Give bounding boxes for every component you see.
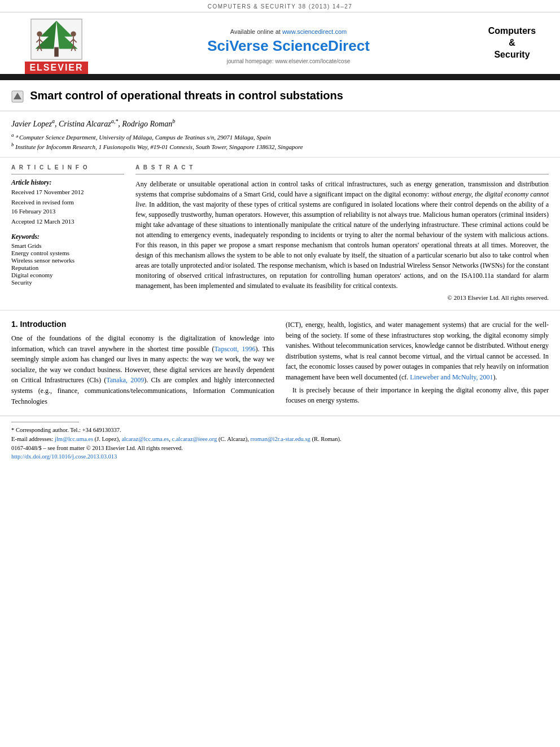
keyword-5: Digital economy	[11, 272, 124, 278]
sciverse-label: SciVerse ScienceDirect	[207, 37, 370, 54]
intro-paragraph-right-2: It is precisely because of their importa…	[286, 385, 549, 406]
abstract-text: Any deliberate or unsuitable operational…	[135, 179, 549, 291]
tanaka-ref: Tanaka, 2009	[106, 376, 144, 384]
keyword-6: Security	[11, 279, 124, 286]
keyword-4: Reputation	[11, 264, 124, 271]
email4-link[interactable]: rroman@i2r.a-star.edu.sg	[251, 436, 310, 442]
received-date: Received 17 November 2012	[11, 188, 124, 196]
journal-title-header: Computers&Security	[475, 25, 549, 60]
revised-date: Received in revised form16 February 2013	[11, 198, 124, 216]
elsevier-logo-area: ELSEVIER	[11, 18, 102, 74]
body-content: 1. Introduction One of the foundations o…	[0, 311, 560, 407]
body-left-col: 1. Introduction One of the foundations o…	[11, 320, 274, 407]
authors-section: Javier Lopeza, Cristina Alcaraza,*, Rodr…	[0, 111, 560, 158]
intro-paragraph-right: (ICT), energy, health, logistics, and wa…	[286, 320, 549, 383]
journal-center-header: Available online at www.sciencedirect.co…	[102, 28, 475, 64]
svg-point-5	[37, 31, 42, 36]
section-title: Introduction	[20, 320, 67, 329]
body-right-col: (ICT), energy, health, logistics, and wa…	[286, 320, 549, 407]
accepted-date: Accepted 12 March 2013	[11, 217, 124, 226]
article-info-label: A R T I C L E I N F O	[11, 164, 124, 171]
tapscott-ref: Tapscott, 1996	[215, 345, 256, 353]
affiliation-b: b Institute for Infocomm Research, 1 Fus…	[11, 142, 549, 150]
abstract-divider	[135, 174, 549, 174]
email3-link[interactable]: c.alcaraz@ieee.org	[172, 436, 217, 442]
doi-note: http://dx.doi.org/10.1016/j.cose.2013.03…	[11, 452, 549, 461]
lineweber-ref: Lineweber and McNulty, 2001	[410, 373, 493, 381]
authors-line: Javier Lopeza, Cristina Alcaraza,*, Rodr…	[11, 118, 549, 129]
sciverse-logo: SciVerse ScienceDirect	[113, 37, 464, 55]
doi-link[interactable]: http://dx.doi.org/10.1016/j.cose.2013.03…	[11, 453, 117, 460]
keyword-3: Wireless sensor networks	[11, 257, 124, 264]
article-history-label: Article history:	[11, 179, 124, 186]
corresponding-author-note: * Corresponding author. Tel.: +34 649130…	[11, 426, 549, 435]
issn-note: 0167-4048/$ – see front matter © 2013 El…	[11, 444, 549, 453]
keyword-1: Smart Grids	[11, 242, 124, 249]
journal-title-right: Computers&Security	[475, 25, 549, 66]
article-type-icon	[11, 90, 24, 105]
affiliation-a: a ᵃ Computer Science Department, Univers…	[11, 132, 549, 141]
elsevier-wordmark: ELSEVIER	[25, 62, 88, 74]
info-divider	[11, 174, 124, 174]
article-title: Smart control of operational threats in …	[30, 89, 343, 102]
elsevier-logo: ELSEVIER	[11, 18, 102, 74]
journal-citation-bar: COMPUTERS & SECURITY 38 (2013) 14–27	[0, 0, 560, 12]
abstract-col: A B S T R A C T Any deliberate or unsuit…	[135, 164, 549, 301]
keyword-2: Energy control systems	[11, 250, 124, 256]
info-abstract-section: A R T I C L E I N F O Article history: R…	[0, 158, 560, 311]
email-footnote: E-mail addresses: jlm@lcc.uma.es (J. Lop…	[11, 435, 549, 444]
email2-link[interactable]: alcaraz@lcc.uma.es	[121, 436, 169, 442]
svg-point-11	[71, 31, 76, 36]
footnote-divider	[11, 422, 79, 422]
elsevier-tree-icon	[28, 18, 85, 60]
copyright-line: © 2013 Elsevier Ltd. All rights reserved…	[135, 294, 549, 301]
introduction-heading: 1. Introduction	[11, 320, 274, 329]
journal-header: ELSEVIER Available online at www.science…	[0, 12, 560, 76]
keywords-label: Keywords:	[11, 233, 124, 240]
abstract-label: A B S T R A C T	[135, 164, 549, 171]
available-online-text: Available online at www.sciencedirect.co…	[113, 28, 464, 35]
journal-citation: COMPUTERS & SECURITY 38 (2013) 14–27	[208, 3, 353, 10]
section-number: 1.	[11, 320, 18, 329]
svg-rect-2	[54, 47, 59, 57]
intro-paragraph-left: One of the foundations of the digital ec…	[11, 333, 274, 407]
article-info-col: A R T I C L E I N F O Article history: R…	[11, 164, 124, 301]
journal-homepage: journal homepage: www.elsevier.com/locat…	[113, 58, 464, 64]
footer-section: * Corresponding author. Tel.: +34 649130…	[0, 416, 560, 465]
article-title-section: Smart control of operational threats in …	[0, 80, 560, 111]
keywords-section: Keywords: Smart Grids Energy control sys…	[11, 233, 124, 286]
sciencedirect-link[interactable]: www.sciencedirect.com	[282, 28, 347, 35]
email1-link[interactable]: jlm@lcc.uma.es	[55, 436, 93, 442]
dark-divider-bar	[0, 76, 560, 80]
